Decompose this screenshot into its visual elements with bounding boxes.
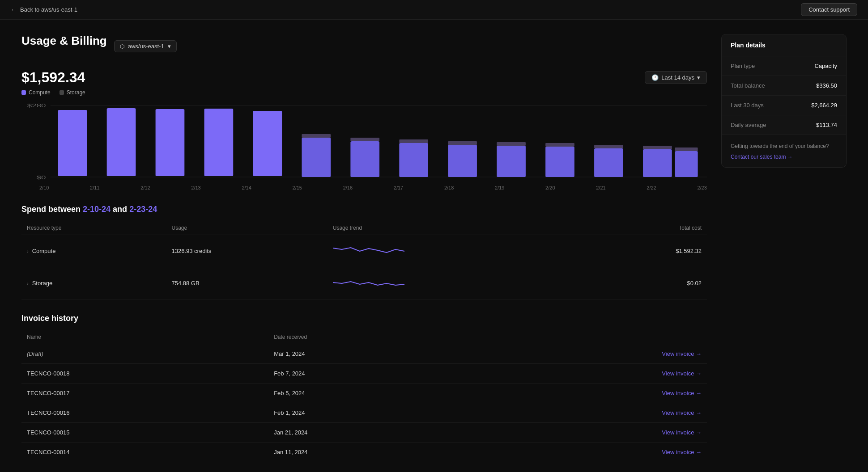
bar-2-15 [302,138,331,177]
contact-sales-team-link[interactable]: Contact our sales team → [731,154,837,160]
x-label-2-13: 2/13 [191,185,200,190]
storage-cost-cell: $0.02 [590,267,707,299]
col-invoice-action [474,330,707,344]
sales-contact-box: Getting towards the end of your balance?… [722,135,846,167]
invoice-name-cell-2: TECNCO-00017 [21,384,268,403]
last-30-days-value: $2,664.29 [811,102,837,109]
y-min-label: $0 [37,175,46,180]
invoice-name-cell-4: TECNCO-00015 [21,423,268,442]
invoice-action-cell-0: View invoice → [474,344,707,364]
topbar: ← Back to aws/us-east-1 Contact support [0,0,868,20]
chart-x-labels: 2/10 2/11 2/12 2/13 2/14 2/15 2/16 2/17 … [21,185,707,190]
compute-expand-chevron[interactable]: › [27,249,29,254]
invoice-history-title: Invoice history [21,314,707,323]
back-button[interactable]: ← Back to aws/us-east-1 [11,6,77,13]
invoice-name-cell-1: TECNCO-00018 [21,364,268,384]
region-chevron-icon: ▾ [168,43,171,50]
col-total-cost: Total cost [590,221,707,235]
invoice-header-row: Name Date received [21,330,707,344]
plan-type-row: Plan type Capacity [722,56,846,76]
region-selector[interactable]: ⬡ aws/us-east-1 ▾ [114,40,177,52]
bar-2-10 [58,110,87,176]
x-label-2-16: 2/16 [343,185,353,190]
spend-title: Spend between 2-10-24 and 2-23-24 [21,205,707,214]
sales-contact-message: Getting towards the end of your balance? [731,142,837,150]
storage-sparkline [333,274,404,291]
invoice-date-cell-0: Mar 1, 2024 [268,344,474,364]
col-usage: Usage [166,221,327,235]
bar-2-18 [448,145,477,177]
contact-support-button[interactable]: Contact support [801,3,857,16]
view-invoice-link-5[interactable]: View invoice → [479,449,702,455]
invoice-date-cell-1: Feb 7, 2024 [268,364,474,384]
bar-2-16 [350,141,379,177]
storage-usage-cell: 754.88 GB [166,267,327,299]
bar-2-20 [545,147,574,177]
total-balance-value: $336.50 [816,82,837,89]
table-row: TECNCO-00015 Jan 21, 2024 View invoice → [21,423,707,442]
compute-sparkline [333,241,404,259]
x-label-2-20: 2/20 [545,185,555,190]
clock-icon: 🕐 [651,74,659,81]
table-row: › Storage 754.88 GB $0.02 [21,267,707,299]
storage-expand-chevron[interactable]: › [27,281,29,286]
col-date-received: Date received [268,330,474,344]
invoice-date-cell-5: Jan 11, 2024 [268,442,474,462]
x-label-2-12: 2/12 [140,185,150,190]
table-row: › Compute 1326.93 credits $1,592.32 [21,235,707,267]
bar-storage-2-21 [594,145,623,148]
page-title: Usage & Billing [21,34,107,48]
plan-type-label: Plan type [731,63,755,69]
chart-header: $1,592.34 🕐 Last 14 days ▾ [21,69,707,86]
x-label-2-14: 2/14 [242,185,251,190]
col-name: Name [21,330,268,344]
last-30-days-label: Last 30 days [731,102,764,109]
date-range-chevron-icon: ▾ [697,74,700,81]
x-label-2-15: 2/15 [293,185,302,190]
total-balance-row: Total balance $336.50 [722,76,846,96]
plan-details-header: Plan details [722,34,846,56]
view-invoice-link-0[interactable]: View invoice → [479,350,702,357]
table-row: TECNCO-00017 Feb 5, 2024 View invoice → [21,384,707,403]
bar-2-19 [497,146,526,177]
storage-resource-cell: › Storage [21,267,166,299]
invoice-name-cell-5: TECNCO-00014 [21,442,268,462]
daily-average-label: Daily average [731,122,766,128]
view-invoice-link-1[interactable]: View invoice → [479,370,702,377]
table-row: TECNCO-00018 Feb 7, 2024 View invoice → [21,364,707,384]
date-range-button[interactable]: 🕐 Last 14 days ▾ [645,71,707,84]
view-invoice-label-1: View invoice → [662,370,702,377]
invoice-table: Name Date received (Draft) Mar 1, 2024 V… [21,330,707,462]
col-usage-trend: Usage trend [328,221,590,235]
bar-storage-2-20 [545,143,574,147]
storage-trend-cell [328,267,590,299]
compute-usage-cell: 1326.93 credits [166,235,327,267]
bar-2-21 [594,148,623,177]
bar-2-11 [107,108,136,176]
col-resource-type: Resource type [21,221,166,235]
view-invoice-link-2[interactable]: View invoice → [479,390,702,396]
daily-average-row: Daily average $113.74 [722,115,846,135]
back-arrow-icon: ← [11,6,17,13]
view-invoice-link-4[interactable]: View invoice → [479,429,702,436]
daily-average-value: $113.74 [816,122,837,128]
compute-label: Compute [32,248,56,254]
invoice-action-cell-5: View invoice → [474,442,707,462]
view-invoice-label-4: View invoice → [662,429,702,436]
invoice-action-cell-3: View invoice → [474,403,707,423]
compute-trend-cell [328,235,590,267]
bar-2-12 [156,109,185,176]
view-invoice-link-3[interactable]: View invoice → [479,409,702,416]
contact-sales-team-label: Contact our sales team → [731,154,793,160]
storage-legend-dot [60,90,64,95]
invoice-date-cell-3: Feb 1, 2024 [268,403,474,423]
bar-2-17 [399,143,428,177]
bar-storage-2-17 [399,139,428,143]
chart-legend: Compute Storage [21,89,707,96]
bar-storage-2-16 [350,138,379,141]
bar-storage-2-15 [302,134,331,138]
invoice-action-cell-2: View invoice → [474,384,707,403]
date-range-label: Last 14 days [661,74,694,81]
bar-chart: $280 $0 [21,101,707,181]
plan-details-card: Plan details Plan type Capacity Total ba… [721,34,847,168]
